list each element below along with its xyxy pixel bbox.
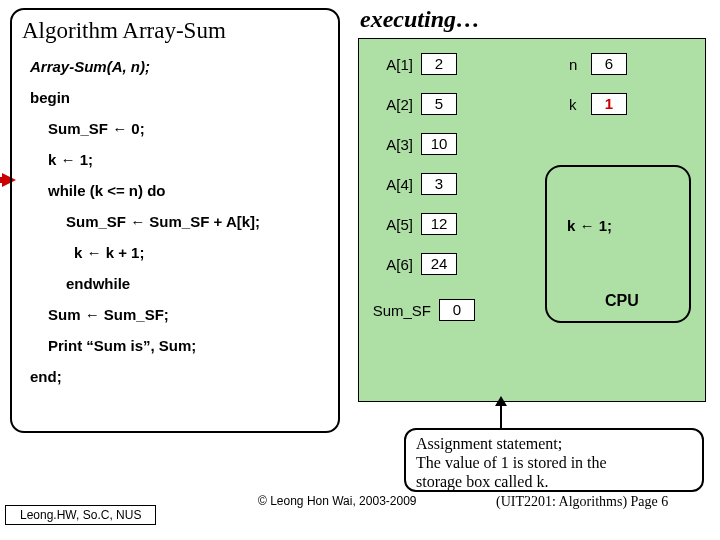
mem-label: A[2] [371,96,413,113]
cpu-statement: k ← 1; [567,217,612,234]
mem-row-a4: A[4] 3 [371,173,457,195]
mem-row-a5: A[5] 12 [371,213,457,235]
algo-sum: Sum ← Sum_SF; [48,306,330,323]
page-info: (UIT2201: Algorithms) Page 6 [496,494,668,510]
mem-label: A[5] [371,216,413,233]
mem-row-a2: A[2] 5 [371,93,457,115]
mem-sumsf-value: 0 [439,299,475,321]
note-line3: storage box called k. [416,472,692,491]
executing-label: executing… [360,6,480,33]
algo-endwhile: endwhile [66,275,330,292]
mem-value: 24 [421,253,457,275]
mem-row-k: k 1 [569,93,627,115]
algo-body2: k ← k + 1; [74,244,330,261]
note-arrow-icon [500,398,502,428]
note-box: Assignment statement; The value of 1 is … [404,428,704,492]
algo-print: Print “Sum is”, Sum; [48,337,330,354]
mem-value: 3 [421,173,457,195]
mem-sumsf-label: Sum_SF [367,302,431,319]
mem-row-a6: A[6] 24 [371,253,457,275]
cpu-panel: k ← 1; CPU [545,165,691,323]
mem-value: 5 [421,93,457,115]
mem-k-value: 1 [591,93,627,115]
footer-author: Leong.HW, So.C, NUS [5,505,156,525]
mem-label: A[6] [371,256,413,273]
mem-row-sumsf: Sum_SF 0 [367,299,475,321]
mem-value: 12 [421,213,457,235]
mem-label: A[3] [371,136,413,153]
mem-n-value: 6 [591,53,627,75]
copyright-text: © Leong Hon Wai, 2003-2009 [258,494,417,508]
mem-value: 10 [421,133,457,155]
algorithm-title: Algorithm Array-Sum [22,18,330,44]
mem-label: A[4] [371,176,413,193]
algorithm-panel: Algorithm Array-Sum Array-Sum(A, n); beg… [10,8,340,433]
algo-sumsf0: Sum_SF ← 0; [48,120,330,137]
mem-n-label: n [569,56,583,73]
note-line1: Assignment statement; [416,434,692,453]
mem-row-n: n 6 [569,53,627,75]
mem-label: A[1] [371,56,413,73]
algo-call-text: Array-Sum(A, n); [30,58,150,75]
algo-begin: begin [30,89,330,106]
mem-row-a1: A[1] 2 [371,53,457,75]
algo-while: while (k <= n) do [48,182,330,199]
algo-end: end; [30,368,330,385]
algo-body1: Sum_SF ← Sum_SF + A[k]; [66,213,330,230]
mem-k-label: k [569,96,583,113]
algo-k1: k ← 1; [48,151,330,168]
cpu-label: CPU [605,292,639,310]
algo-call: Array-Sum(A, n); [30,58,330,75]
mem-row-a3: A[3] 10 [371,133,457,155]
note-line2: The value of 1 is stored in the [416,453,692,472]
mem-value: 2 [421,53,457,75]
